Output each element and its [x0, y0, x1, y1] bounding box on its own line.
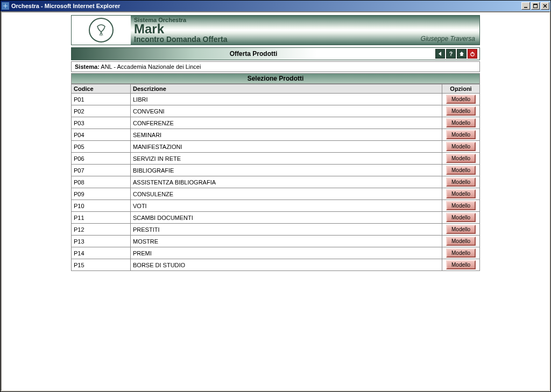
page: Sistema Orchestra Mark Incontro Domanda …	[71, 12, 480, 271]
table-row: P02CONVEGNIModello	[72, 105, 480, 117]
col-opzioni: Opzioni	[442, 84, 480, 94]
titlebar: Orchestra - Microsoft Internet Explorer	[1, 1, 550, 11]
cell-codice: P02	[72, 105, 131, 117]
minimize-button[interactable]	[521, 2, 530, 10]
cell-opzioni: Modello	[442, 247, 480, 259]
table-row: P09CONSULENZEModello	[72, 188, 480, 200]
header-text: Sistema Orchestra Mark Incontro Domanda …	[131, 16, 479, 45]
modello-button[interactable]: Modello	[446, 106, 476, 116]
logo-icon	[89, 18, 114, 42]
cell-opzioni: Modello	[442, 259, 480, 271]
table-row: P13MOSTREModello	[72, 236, 480, 247]
cell-opzioni: Modello	[442, 224, 480, 236]
modello-button[interactable]: Modello	[446, 189, 476, 198]
cell-codice: P10	[72, 200, 131, 212]
window-title: Orchestra - Microsoft Internet Explorer	[11, 3, 520, 9]
modello-button[interactable]: Modello	[446, 213, 476, 222]
cell-descrizione: CONFERENZE	[131, 117, 442, 129]
modello-button[interactable]: Modello	[446, 177, 476, 187]
sistema-label: Sistema:	[75, 63, 100, 70]
cell-descrizione: CONVEGNI	[131, 105, 442, 117]
section-bar: Offerta Prodotti ?	[71, 47, 480, 60]
table-row: P04SEMINARIModello	[72, 129, 480, 141]
modello-button[interactable]: Modello	[446, 118, 476, 127]
table-header-row: Codice Descrizione Opzioni	[72, 84, 480, 94]
header-subtitle-top: Sistema Orchestra	[134, 17, 476, 23]
user-name: Giuseppe Traversa	[421, 35, 475, 42]
modello-button[interactable]: Modello	[446, 142, 476, 151]
cell-descrizione: MOSTRE	[131, 236, 442, 247]
cell-codice: P14	[72, 247, 131, 259]
cell-codice: P03	[72, 117, 131, 129]
modello-button[interactable]: Modello	[446, 130, 476, 139]
maximize-button[interactable]	[531, 2, 540, 10]
help-icon[interactable]: ?	[446, 49, 456, 59]
content-area: Sistema Orchestra Mark Incontro Domanda …	[1, 11, 550, 391]
cell-opzioni: Modello	[442, 212, 480, 224]
logo-area	[72, 16, 131, 45]
browser-window: Orchestra - Microsoft Internet Explorer	[0, 0, 551, 392]
table-row: P06SERVIZI IN RETEModello	[72, 153, 480, 165]
cell-codice: P11	[72, 212, 131, 224]
home-icon[interactable]	[457, 49, 467, 59]
modello-button[interactable]: Modello	[446, 166, 476, 175]
modello-button[interactable]: Modello	[446, 248, 476, 258]
svg-rect-6	[472, 52, 472, 54]
sistema-value: ANL - Accademia Nazionale dei Lincei	[101, 63, 201, 70]
modello-button[interactable]: Modello	[446, 154, 476, 163]
cell-codice: P04	[72, 129, 131, 141]
cell-descrizione: CONSULENZE	[131, 188, 442, 200]
cell-codice: P15	[72, 259, 131, 271]
table-row: P14PREMIModello	[72, 247, 480, 259]
table-row: P05MANIFESTAZIONIModello	[72, 141, 480, 153]
table-row: P11SCAMBI DOCUMENTIModello	[72, 212, 480, 224]
close-button[interactable]	[541, 2, 549, 10]
sistema-row: Sistema: ANL - Accademia Nazionale dei L…	[71, 61, 480, 72]
table-row: P15BORSE DI STUDIOModello	[72, 259, 480, 271]
modello-button[interactable]: Modello	[446, 95, 476, 104]
cell-descrizione: SEMINARI	[131, 129, 442, 141]
col-descrizione: Descrizione	[131, 84, 442, 94]
power-icon[interactable]	[468, 49, 477, 59]
svg-rect-1	[524, 7, 527, 8]
cell-codice: P13	[72, 236, 131, 247]
cell-descrizione: ASSISTENTZA BIBLIOGRAFIA	[131, 176, 442, 188]
modello-button[interactable]: Modello	[446, 225, 476, 234]
cell-descrizione: SERVIZI IN RETE	[131, 153, 442, 165]
cell-descrizione: MANIFESTAZIONI	[131, 141, 442, 153]
modello-button[interactable]: Modello	[446, 237, 476, 246]
cell-codice: P07	[72, 165, 131, 176]
selezione-bar: Selezione Prodotti	[71, 73, 480, 84]
table-row: P07BIBLIOGRAFIEModello	[72, 165, 480, 176]
table-row: P12PRESTITIModello	[72, 224, 480, 236]
table-row: P01LIBRIModello	[72, 94, 480, 105]
cell-opzioni: Modello	[442, 129, 480, 141]
cell-codice: P09	[72, 188, 131, 200]
header-title: Mark	[134, 23, 476, 35]
cell-opzioni: Modello	[442, 94, 480, 105]
section-title: Offerta Prodotti	[72, 50, 435, 58]
svg-text:?: ?	[449, 51, 453, 57]
cell-opzioni: Modello	[442, 141, 480, 153]
scroll-area[interactable]: Sistema Orchestra Mark Incontro Domanda …	[2, 12, 549, 390]
cell-opzioni: Modello	[442, 200, 480, 212]
toolbar: ?	[435, 49, 479, 59]
cell-descrizione: BORSE DI STUDIO	[131, 259, 442, 271]
cell-opzioni: Modello	[442, 153, 480, 165]
header-banner: Sistema Orchestra Mark Incontro Domanda …	[71, 15, 480, 45]
window-controls	[520, 2, 549, 10]
ie-icon	[2, 2, 9, 10]
back-icon[interactable]	[435, 49, 445, 59]
cell-codice: P01	[72, 94, 131, 105]
cell-opzioni: Modello	[442, 188, 480, 200]
cell-descrizione: SCAMBI DOCUMENTI	[131, 212, 442, 224]
cell-opzioni: Modello	[442, 165, 480, 176]
table-row: P08ASSISTENTZA BIBLIOGRAFIAModello	[72, 176, 480, 188]
modello-button[interactable]: Modello	[446, 201, 476, 210]
cell-codice: P12	[72, 224, 131, 236]
cell-descrizione: PRESTITI	[131, 224, 442, 236]
table-row: P10VOTIModello	[72, 200, 480, 212]
modello-button[interactable]: Modello	[446, 260, 476, 269]
table-row: P03CONFERENZEModello	[72, 117, 480, 129]
cell-opzioni: Modello	[442, 236, 480, 247]
